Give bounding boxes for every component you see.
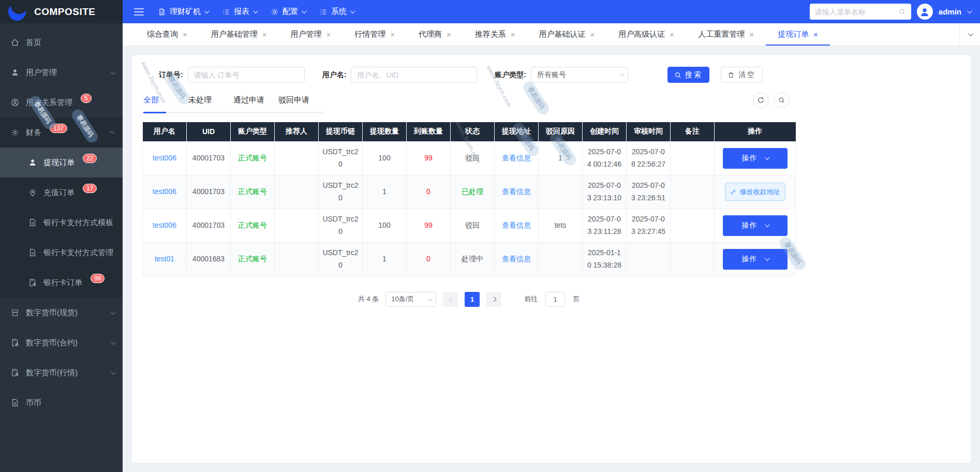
user-circle-icon (10, 98, 20, 107)
tab-user-manage[interactable]: 用户管理× (279, 23, 343, 46)
tab-user-basic-auth[interactable]: 用户基础认证× (527, 23, 607, 46)
status-tab-pending[interactable]: 未处理 (188, 95, 233, 112)
sidebar-item-user-management[interactable]: 用户管理 (0, 57, 123, 87)
page-size-select[interactable]: 10条/页 (385, 292, 436, 307)
brand-name: COMPOSITE (34, 6, 96, 18)
sidebar-item-bankcard-pay-manage[interactable]: 银行卡支付方式管理 (0, 238, 123, 268)
user-avatar[interactable] (917, 4, 933, 20)
remark-cell (671, 242, 715, 276)
tab-user-basic-manage[interactable]: 用户基础管理× (199, 23, 279, 46)
close-icon[interactable]: × (511, 31, 515, 38)
next-page-button[interactable] (486, 292, 501, 307)
status-tab-rejected[interactable]: 驳回申请 (278, 95, 323, 112)
sidebar-item-withdraw-orders[interactable]: 提现订单 22 (0, 148, 123, 178)
tab-withdraw-orders[interactable]: 提现订单× (766, 23, 830, 46)
goto-label: 前往 (524, 294, 538, 304)
top-navbar: 理财矿机 报表 配置 系统 (123, 0, 980, 23)
badge: 137 (50, 124, 67, 133)
search-icon[interactable] (898, 8, 906, 16)
amount-cell: 100 (363, 209, 407, 242)
view-address-link[interactable]: 查看信息 (502, 187, 531, 196)
close-icon[interactable]: × (749, 31, 754, 38)
audited-cell: 2025-07-08 22:56:27 (627, 141, 671, 175)
close-icon[interactable]: × (447, 31, 451, 38)
view-address-link[interactable]: 查看信息 (502, 154, 531, 162)
close-icon[interactable]: × (390, 31, 395, 38)
amount-cell: 1 (363, 175, 407, 209)
nav-menu-system[interactable]: 系统 (319, 7, 354, 17)
refresh-button[interactable] (753, 92, 769, 108)
close-icon[interactable]: × (590, 31, 595, 38)
username-filter-label: 用户名: (322, 70, 347, 80)
row-action-dropdown[interactable]: 操作 (723, 249, 788, 270)
sidebar-item-finance[interactable]: 财务 137 (0, 117, 123, 148)
view-address-link[interactable]: 查看信息 (502, 221, 531, 229)
row-action-dropdown[interactable]: 操作 (723, 215, 788, 236)
sidebar-item-user-relation[interactable]: 用户关系管理 5 (0, 87, 123, 117)
chevron-left-icon (449, 297, 454, 302)
prev-page-button[interactable] (443, 292, 458, 307)
chevron-down-icon[interactable] (967, 8, 972, 13)
menu-search-input[interactable] (815, 8, 895, 16)
app-root: COMPOSITE 理财矿机 报表 配置 系统 (0, 0, 980, 472)
remark-cell (671, 141, 715, 175)
tab-manual-reset[interactable]: 人工重置管理× (686, 23, 766, 46)
tab-composite-query[interactable]: 综合查询× (135, 23, 199, 46)
tab-referral[interactable]: 推荐关系× (463, 23, 527, 46)
nav-menu-mining[interactable]: 理财矿机 (158, 7, 208, 17)
order-no-input[interactable] (188, 67, 305, 83)
nav-menu-report[interactable]: 报表 (222, 7, 257, 17)
top-bar: COMPOSITE 理财矿机 报表 配置 系统 (0, 0, 980, 23)
username-label[interactable]: admin (939, 7, 961, 16)
sidebar-item-crypto-spot[interactable]: 数字货币(现货) (0, 298, 123, 328)
sidebar-item-bankcard-orders[interactable]: 银行卡订单 98 (0, 268, 123, 298)
close-icon[interactable]: × (326, 31, 331, 38)
sidebar-item-bankcard-pay-template[interactable]: 银行卡支付方式模板 (0, 208, 123, 238)
close-icon[interactable]: × (183, 31, 187, 38)
nav-menu-config[interactable]: 配置 (271, 7, 305, 17)
chevron-down-icon (619, 71, 625, 77)
user-icon (28, 158, 37, 167)
reject-reason-cell: tets (539, 209, 583, 242)
close-icon[interactable]: × (813, 31, 818, 38)
status-tab-approved[interactable]: 通过申请 (233, 95, 278, 112)
row-action-dropdown[interactable]: 操作 (723, 148, 788, 169)
username-filter-input[interactable] (351, 67, 477, 83)
sidebar: 首页 用户管理 用户关系管理 5 财务 137 (0, 23, 123, 472)
sql-document-icon (10, 338, 20, 347)
chevron-down-icon (302, 8, 307, 13)
search-button[interactable]: 搜索 (667, 67, 709, 83)
sidebar-item-recharge-orders[interactable]: 充值订单 17 (0, 178, 123, 208)
close-icon[interactable]: × (262, 31, 267, 38)
received-cell: 0 (426, 255, 430, 263)
hamburger-menu-icon[interactable] (134, 8, 144, 16)
gear-icon (10, 128, 20, 137)
tab-user-advanced-auth[interactable]: 用户高级认证× (606, 23, 686, 46)
status-tab-all[interactable]: 全部 (143, 95, 188, 112)
username-link[interactable]: test006 (153, 187, 176, 196)
tab-market-manage[interactable]: 行情管理× (343, 23, 407, 46)
tab-agent[interactable]: 代理商× (407, 23, 463, 46)
table-row: test006 40001703 正式账号 USDT_trc20 1 0 已处理… (143, 175, 796, 209)
sidebar-item-crypto-market[interactable]: 数字货币(行情) (0, 358, 123, 388)
username-link[interactable]: test01 (155, 255, 174, 263)
chain-cell: USDT_trc20 (319, 209, 363, 242)
sidebar-item-coin-coin[interactable]: 币币 (0, 388, 123, 418)
table-row: test01 40001683 正式账号 USDT_trc20 1 0 处理中 … (143, 242, 796, 276)
username-link[interactable]: test006 (153, 154, 176, 162)
account-type-select[interactable]: 所有账号 (531, 67, 628, 83)
status-tabs: 全部 未处理 通过申请 驳回申请 (143, 95, 960, 116)
tabbar-dropdown-button[interactable] (959, 23, 980, 46)
clear-button[interactable]: 清空 (721, 67, 763, 83)
goto-page-input[interactable] (545, 292, 565, 307)
edit-payee-address-button[interactable]: 修改收款地址 (725, 183, 785, 201)
view-address-link[interactable]: 查看信息 (502, 255, 531, 263)
list-icon (222, 8, 230, 16)
document-icon (28, 248, 37, 257)
sidebar-item-home[interactable]: 首页 (0, 27, 123, 57)
table-search-button[interactable] (774, 92, 790, 108)
close-icon[interactable]: × (670, 31, 674, 38)
username-link[interactable]: test006 (153, 221, 176, 229)
current-page-button[interactable]: 1 (465, 292, 480, 307)
sidebar-item-crypto-contract[interactable]: 数字货币(合约) (0, 328, 123, 358)
